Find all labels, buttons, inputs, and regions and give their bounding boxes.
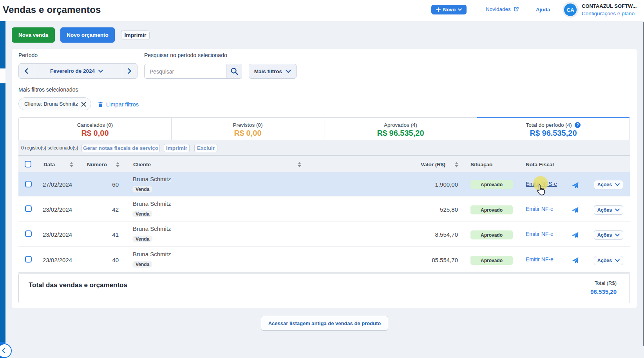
svg-text:?: ? — [577, 123, 579, 127]
